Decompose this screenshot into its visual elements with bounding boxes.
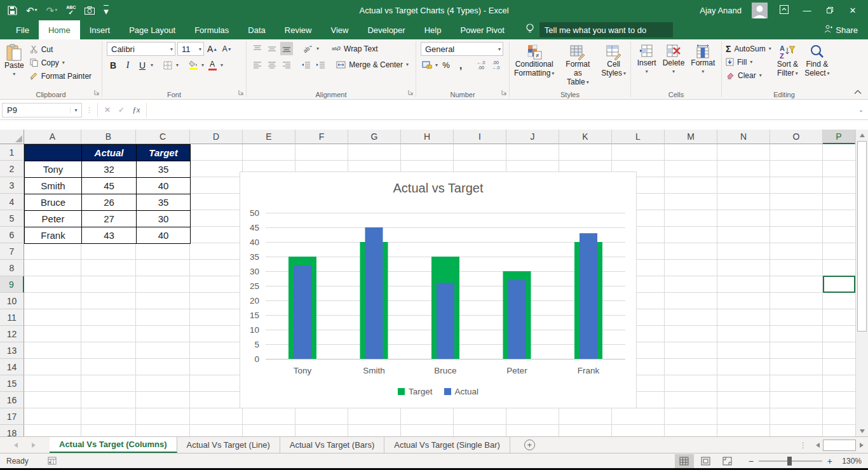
column-header-K[interactable]: K [559, 130, 612, 144]
macro-record-icon[interactable] [48, 457, 57, 465]
table-cell[interactable]: Frank [25, 227, 82, 244]
column-header-A[interactable]: A [24, 130, 81, 144]
ribbon-tab-insert[interactable]: Insert [80, 20, 120, 39]
table-cell[interactable]: 26 [82, 194, 137, 211]
undo-button[interactable]: ↶▾ [26, 6, 37, 15]
sheet-tab-3[interactable]: Actual Vs Target (Bars) [280, 437, 384, 453]
ribbon-tab-review[interactable]: Review [275, 20, 322, 39]
ribbon-tab-home[interactable]: Home [39, 20, 80, 39]
column-header-B[interactable]: B [81, 130, 136, 144]
top-align-button[interactable] [251, 42, 264, 55]
table-cell[interactable]: 30 [137, 211, 191, 227]
bar-actual-smith[interactable] [365, 227, 383, 359]
autosum-button[interactable]: Σ AutoSum▾ [723, 42, 774, 55]
table-cell[interactable]: 40 [137, 227, 191, 244]
ribbon-tab-view[interactable]: View [321, 20, 358, 39]
row-header-16[interactable]: 16 [0, 392, 24, 408]
share-button[interactable]: Share [824, 20, 858, 39]
sheet-nav-left-icon[interactable] [14, 443, 18, 448]
legend-item-target[interactable]: Target [398, 387, 433, 396]
accounting-format-button[interactable] [421, 58, 433, 72]
table-cell[interactable]: Bruce [25, 194, 82, 211]
row-header-6[interactable]: 6 [0, 227, 24, 243]
column-header-D[interactable]: D [190, 130, 243, 144]
redo-dropdown-icon[interactable]: ▾ [55, 8, 57, 13]
zoom-level[interactable]: 130% [837, 457, 862, 466]
align-left-button[interactable] [251, 58, 264, 71]
column-header-F[interactable]: F [295, 130, 348, 144]
row-header-17[interactable]: 17 [0, 408, 24, 425]
zoom-slider-thumb[interactable] [787, 457, 792, 466]
row-header-10[interactable]: 10 [0, 293, 24, 309]
spelling-icon[interactable]: ABC✓ [66, 5, 76, 16]
table-header-cell[interactable]: Target [137, 145, 191, 161]
paste-button[interactable]: Paste ▾ [1, 41, 27, 89]
table-cell[interactable]: 43 [82, 227, 137, 244]
ribbon-tab-power-pivot[interactable]: Power Pivot [451, 20, 513, 39]
copy-button[interactable]: Copy▾ [27, 56, 94, 69]
delete-cells-button[interactable]: Delete▾ [660, 41, 688, 89]
bottom-align-button[interactable] [280, 42, 293, 55]
table-cell[interactable]: 40 [137, 178, 191, 194]
new-sheet-button[interactable]: + [524, 437, 535, 453]
table-cell[interactable]: Tony [25, 161, 82, 178]
percent-style-button[interactable]: % [440, 58, 452, 72]
select-all-corner[interactable] [0, 130, 24, 144]
row-header-12[interactable]: 12 [0, 326, 24, 342]
format-cells-button[interactable]: Format▾ [688, 41, 718, 89]
ribbon-tab-developer[interactable]: Developer [358, 20, 414, 39]
italic-button[interactable]: I [121, 58, 134, 72]
row-header-5[interactable]: 5 [0, 210, 24, 227]
enter-icon[interactable]: ✓ [118, 105, 125, 114]
align-center-button[interactable] [266, 58, 278, 71]
save-icon[interactable] [8, 6, 17, 15]
redo-button[interactable]: ↷▾ [46, 6, 58, 15]
sheet-nav-right-icon[interactable] [32, 443, 36, 448]
sheet-tab-4[interactable]: Actual Vs Target (Single Bar) [384, 437, 510, 453]
row-header-1[interactable]: 1 [0, 144, 24, 161]
legend-item-actual[interactable]: Actual [444, 387, 479, 396]
column-header-M[interactable]: M [665, 130, 717, 144]
name-box[interactable]: P9 ▾ [2, 103, 82, 117]
font-size-select[interactable]: 11▾ [177, 42, 204, 56]
column-header-N[interactable]: N [717, 130, 770, 144]
column-header-C[interactable]: C [136, 130, 190, 144]
tell-me-box[interactable]: Tell me what you want to do [539, 22, 673, 37]
ribbon-tab-data[interactable]: Data [238, 20, 275, 39]
table-header-cell[interactable]: Actual [82, 145, 137, 161]
table-cell[interactable]: 27 [82, 211, 137, 227]
cancel-icon[interactable]: ✕ [104, 105, 111, 114]
tab-splitter-icon[interactable]: ⋮ [799, 441, 807, 450]
ribbon-tab-file[interactable]: File [6, 20, 39, 39]
alignment-dialog-launcher[interactable] [408, 86, 414, 98]
customize-qat-icon[interactable]: ▾ [104, 5, 109, 16]
row-header-2[interactable]: 2 [0, 161, 24, 177]
font-color-button[interactable]: A [206, 58, 219, 72]
zoom-slider[interactable] [759, 460, 822, 462]
orientation-dropdown-icon[interactable]: ▾ [316, 46, 319, 51]
formula-bar-divider[interactable]: ⋮ [86, 106, 93, 114]
align-right-button[interactable] [280, 58, 293, 71]
row-header-13[interactable]: 13 [0, 342, 24, 359]
minimize-button[interactable]: — [801, 6, 813, 15]
row-header-3[interactable]: 3 [0, 177, 24, 194]
collapse-ribbon-button[interactable] [854, 86, 862, 97]
format-painter-button[interactable]: Format Painter [27, 69, 94, 83]
decrease-indent-button[interactable] [299, 58, 312, 71]
table-cell[interactable]: Peter [25, 211, 82, 227]
grow-font-button[interactable]: A▲ [206, 43, 219, 56]
horizontal-scroll-thumb[interactable] [823, 440, 856, 451]
insert-function-icon[interactable]: ƒx [132, 105, 140, 115]
conditional-formatting-button[interactable]: ≠ Conditional Formatting▾ [511, 41, 557, 89]
font-name-select[interactable]: Calibri▾ [107, 42, 175, 56]
row-header-14[interactable]: 14 [0, 359, 24, 375]
table-cell[interactable]: 32 [82, 161, 137, 178]
vertical-scrollbar[interactable] [855, 130, 868, 436]
row-header-15[interactable]: 15 [0, 375, 24, 392]
column-header-P[interactable]: P [823, 130, 855, 144]
column-header-G[interactable]: G [348, 130, 401, 144]
ribbon-tab-page-layout[interactable]: Page Layout [119, 20, 185, 39]
middle-align-button[interactable] [266, 42, 278, 55]
user-name[interactable]: Ajay Anand [700, 6, 742, 15]
expand-formula-bar-icon[interactable]: ⌄ [854, 107, 868, 113]
